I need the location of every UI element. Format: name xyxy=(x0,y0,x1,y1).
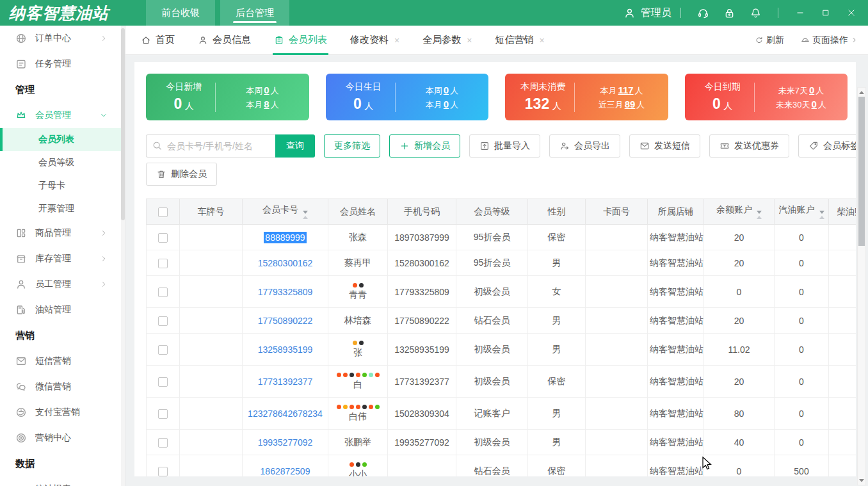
staff-icon xyxy=(15,279,27,290)
row-checkbox[interactable] xyxy=(158,345,168,355)
row-checkbox[interactable] xyxy=(158,259,168,268)
maximize-button[interactable] xyxy=(813,0,839,26)
export-members-button[interactable]: 会员导出 xyxy=(549,134,620,158)
topnav-item[interactable]: 前台收银 xyxy=(146,0,215,26)
main-scrollbar[interactable] xyxy=(857,87,866,485)
add-member-button[interactable]: 新增会员 xyxy=(389,134,460,158)
sidebar-item[interactable]: 统计报表 xyxy=(0,476,125,486)
stat-subvalue[interactable]: 0 xyxy=(264,85,269,95)
cell-level: 初级会员 xyxy=(456,276,528,308)
topnav-item[interactable]: 后台管理 xyxy=(220,0,289,26)
refresh-button[interactable]: 刷新 xyxy=(755,35,784,46)
stat-subvalue[interactable]: 0 xyxy=(444,85,449,95)
stat-card: 本周未消费132 人本月117人近三月89人 xyxy=(505,74,668,120)
member-card-link[interactable]: 17731392377 xyxy=(258,377,313,387)
cell-plate xyxy=(180,276,243,308)
stat-subvalue[interactable]: 0 xyxy=(812,99,817,109)
stat-subvalue[interactable]: 117 xyxy=(618,85,633,95)
sidebar-item[interactable]: 商品管理 xyxy=(0,220,125,246)
sidebar-item-label: 订单中心 xyxy=(35,33,71,44)
sort-icon[interactable] xyxy=(757,211,762,219)
sidebar-subitem[interactable]: 会员列表 xyxy=(0,128,125,151)
row-checkbox[interactable] xyxy=(158,316,168,326)
stat-subvalue[interactable]: 0 xyxy=(809,85,814,95)
row-checkbox[interactable] xyxy=(158,409,168,419)
sidebar-subitem[interactable]: 会员等级 xyxy=(0,151,125,174)
sidebar-item[interactable]: 微信营销 xyxy=(0,374,125,400)
scroll-up-arrow[interactable] xyxy=(858,88,865,96)
more-filters-button[interactable]: 更多筛选 xyxy=(324,134,380,158)
sidebar-item[interactable]: 支付宝营销 xyxy=(0,400,125,425)
stat-subvalue[interactable]: 0 xyxy=(444,99,449,109)
headset-icon[interactable] xyxy=(697,7,709,19)
sidebar-item[interactable]: 任务管理 xyxy=(0,51,125,77)
column-header-card[interactable]: 会员卡号 xyxy=(243,199,328,225)
member-card-link[interactable]: 17750890222 xyxy=(258,316,313,326)
sidebar-item[interactable]: 油站管理 xyxy=(0,297,125,323)
chevron-right-icon xyxy=(100,280,108,288)
sidebar-scroll-thumb[interactable] xyxy=(121,28,125,220)
delete-member-button[interactable]: 删除会员 xyxy=(146,163,217,186)
tab-actions: 刷新 页面操作 xyxy=(755,35,858,46)
batch-import-button[interactable]: 批量导入 xyxy=(469,134,540,158)
close-button[interactable] xyxy=(839,0,864,26)
stat-subvalue[interactable]: 8 xyxy=(264,99,269,109)
tab-item[interactable]: 首页 xyxy=(141,26,175,55)
sidebar-item[interactable]: 会员管理 xyxy=(0,102,125,128)
member-card-link[interactable]: 88889999 xyxy=(264,232,306,243)
sidebar-scrollbar[interactable] xyxy=(121,26,125,486)
sidebar-subitem[interactable]: 开票管理 xyxy=(0,197,125,220)
tab-close-icon[interactable]: × xyxy=(394,35,399,45)
send-sms-button[interactable]: 发送短信 xyxy=(629,134,700,158)
lock-icon[interactable] xyxy=(723,7,735,19)
user-menu[interactable]: 管理员 xyxy=(623,6,671,20)
bell-icon[interactable] xyxy=(750,7,762,19)
member-card-link[interactable]: 13258935199 xyxy=(258,344,313,355)
cell-gender: 男 xyxy=(528,430,586,455)
cell-store: 纳客智慧油站 xyxy=(648,250,704,276)
cell-store: 纳客智慧油站 xyxy=(648,455,704,477)
tab-item[interactable]: 短信营销× xyxy=(495,26,544,55)
cell-gender: 男 xyxy=(528,308,586,334)
scroll-thumb[interactable] xyxy=(858,97,865,246)
sidebar-item[interactable]: 员工管理 xyxy=(0,271,125,297)
sidebar-item[interactable]: 订单中心 xyxy=(0,26,125,51)
tab-item[interactable]: 修改资料× xyxy=(350,26,399,55)
row-checkbox[interactable] xyxy=(158,438,168,448)
sidebar-subitem[interactable]: 子母卡 xyxy=(0,174,125,197)
search-button[interactable]: 查询 xyxy=(275,134,315,158)
minimize-button[interactable] xyxy=(787,0,813,26)
member-card-link[interactable]: 123278642678234 xyxy=(248,409,323,419)
member-card-link[interactable]: 17793325809 xyxy=(258,287,313,297)
member-card-link[interactable]: 1862872509 xyxy=(261,466,310,476)
scroll-down-arrow[interactable] xyxy=(858,476,865,484)
close-icon xyxy=(847,8,856,17)
tab-close-icon[interactable]: × xyxy=(467,35,472,45)
member-card-link[interactable]: 15280300162 xyxy=(258,258,313,268)
tab-item[interactable]: 全局参数× xyxy=(422,26,472,55)
send-coupon-button[interactable]: 发送优惠券 xyxy=(709,134,789,158)
row-checkbox[interactable] xyxy=(158,233,168,243)
search-input[interactable] xyxy=(146,134,275,158)
stat-subvalue[interactable]: 89 xyxy=(625,99,636,109)
cell-level: 初级会员 xyxy=(456,334,528,366)
tab-close-icon[interactable]: × xyxy=(539,35,544,45)
select-all-checkbox[interactable] xyxy=(158,207,168,217)
column-header-gas[interactable]: 汽油账户 xyxy=(775,199,829,225)
sort-icon[interactable] xyxy=(303,211,308,219)
member-tags-button[interactable]: 会员标签 xyxy=(798,134,856,158)
sidebar-item[interactable]: 库存管理 xyxy=(0,246,125,271)
cell-diesel xyxy=(829,250,856,276)
page-ops-button[interactable]: 页面操作 xyxy=(801,35,858,46)
column-header-balance[interactable]: 余额账户 xyxy=(704,199,775,225)
sidebar-item[interactable]: 营销中心 xyxy=(0,425,125,451)
sort-icon[interactable] xyxy=(819,211,824,219)
tab-item[interactable]: 会员列表 xyxy=(274,26,327,55)
sidebar-item[interactable]: 短信营销 xyxy=(0,348,125,374)
member-card-link[interactable]: 19935277092 xyxy=(258,437,313,448)
row-checkbox[interactable] xyxy=(158,288,168,297)
row-checkbox[interactable] xyxy=(158,467,168,476)
window-controls xyxy=(787,0,864,26)
tab-item[interactable]: 会员信息 xyxy=(198,26,251,55)
row-checkbox[interactable] xyxy=(158,377,168,387)
